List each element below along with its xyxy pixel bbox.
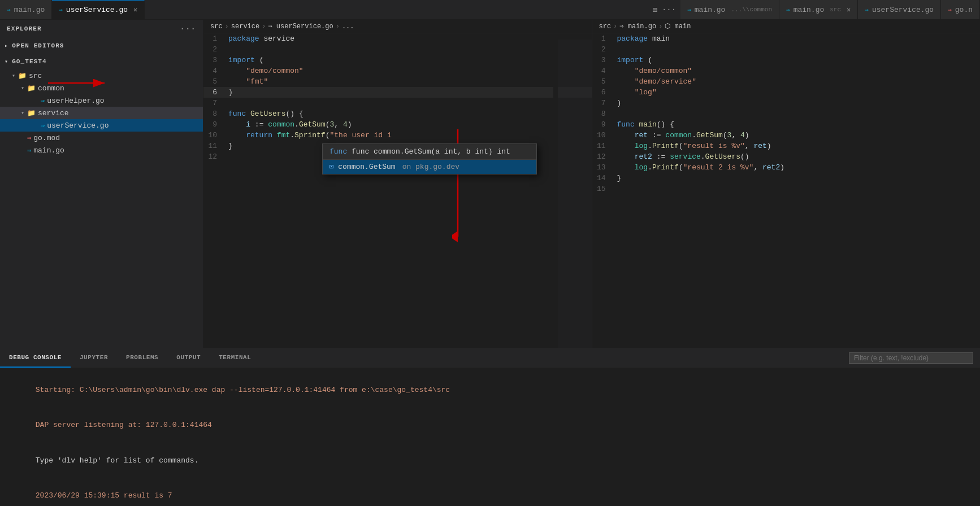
go-file-icon: ⇒ (59, 6, 63, 14)
console-output: Starting: C:\Users\admin\go\bin\dlv.exe … (0, 368, 980, 506)
tree-label: main.go (33, 146, 64, 155)
code-line-3: 3 import ( (592, 55, 981, 66)
autocomplete-item-suffix: on pkg.go.dev (402, 163, 459, 171)
tab-main-go-src[interactable]: ⇒ main.go src ✕ (779, 0, 858, 19)
code-line-10: 10 return fmt.Sprintf("the user id i (203, 130, 592, 141)
bottom-panel: DEBUG CONSOLE JUPYTER PROBLEMS OUTPUT TE… (0, 348, 980, 506)
code-line-9: 9 func main() { (592, 119, 981, 130)
go-file-icon: ⇒ (41, 121, 45, 130)
bottom-tabs: DEBUG CONSOLE JUPYTER PROBLEMS OUTPUT TE… (0, 348, 980, 368)
breadcrumb-sep3: › (336, 23, 340, 30)
code-line-1: 1 package main (592, 33, 981, 44)
tree-item-user-helper[interactable]: ⇒ userHelper.go (0, 94, 203, 107)
breadcrumb-dots: ... (342, 23, 354, 30)
tab-problems[interactable]: PROBLEMS (117, 348, 167, 368)
project-header[interactable]: ▾ GO_TEST4 (0, 54, 203, 69)
breadcrumb-sep: › (613, 23, 617, 30)
tab-main-go-common[interactable]: ⇒ main.go ...\\common (680, 0, 779, 19)
tab-user-service-go-2[interactable]: ⇒ userService.go (858, 0, 941, 19)
tree-item-main-go[interactable]: ⇒ main.go (0, 144, 203, 156)
tab-sublabel: ...\\common (731, 6, 772, 13)
code-line-7: 7 (203, 98, 592, 108)
filter-area (842, 348, 980, 368)
go-file-icon: ⇒ (27, 146, 31, 155)
folder-icon: 📁 (27, 109, 36, 117)
project-label: GO_TEST4 (12, 58, 47, 65)
console-line-4: 2023/06/29 15:39:15 result is 7 (9, 478, 971, 506)
code-line-6: 6 ) (203, 87, 592, 98)
more-actions-button[interactable]: ··· (662, 5, 676, 14)
bottom-tab-label: TERMINAL (219, 354, 251, 361)
breadcrumb-file: ⇒ main.go (619, 22, 656, 30)
code-line-4: 4 "demo/common" (592, 66, 981, 76)
code-line-5: 5 "demo/service" (592, 76, 981, 87)
left-editor: src › service › ⇒ userService.go › ... 1… (203, 20, 592, 348)
filter-input[interactable] (849, 352, 973, 364)
chevron-down-icon: ▾ (18, 110, 27, 116)
tab-sublabel: src (830, 6, 841, 13)
code-line-11: 11 log.Printf("result is %v", ret) (592, 141, 981, 151)
bottom-tab-label: OUTPUT (176, 354, 201, 361)
tab-go-n[interactable]: ⇒ go.n (941, 0, 980, 19)
breadcrumb-src: src (599, 23, 612, 30)
code-line-2: 2 (203, 44, 592, 55)
code-line-15: 15 (592, 184, 981, 194)
code-line-1: 1 package service (203, 33, 592, 44)
bottom-tab-label: JUPYTER (80, 354, 108, 361)
tree-item-user-service[interactable]: ⇒ userService.go (0, 119, 203, 132)
tab-bar: ⇒ main.go ⇒ userService.go ✕ ⊞ ··· ⇒ mai… (0, 0, 980, 20)
code-line-9: 9 i := common.GetSum(3, 4) (203, 119, 592, 130)
tree-label: src (29, 72, 42, 80)
folder-icon: 📁 (27, 84, 36, 93)
code-line-4: 4 "demo/common" (203, 66, 592, 76)
sidebar-more-button[interactable]: ··· (180, 24, 196, 33)
tab-label: main.go (14, 6, 45, 14)
explorer-header[interactable]: EXPLORER ··· (0, 20, 203, 38)
code-line-14: 14 } (592, 173, 981, 184)
tree-item-service[interactable]: ▾ 📁 service (0, 107, 203, 119)
code-line-8: 8 (592, 108, 981, 119)
bottom-tab-label: DEBUG CONSOLE (9, 354, 62, 361)
code-line-10: 10 ret := common.GetSum(3, 4) (592, 130, 981, 141)
right-code-area[interactable]: 1 package main 2 3 import ( 4 "demo/comm… (592, 33, 981, 348)
console-text: DAP server listening at: 127.0.0.1:41464 (36, 421, 212, 429)
go-file-icon: ⇒ (786, 6, 790, 14)
tree-label: go.mod (33, 134, 60, 142)
breadcrumb-service: service (231, 23, 259, 30)
editor-split: src › service › ⇒ userService.go › ... 1… (203, 20, 980, 348)
open-editors-label: OPEN EDITORS (12, 42, 64, 49)
left-code-area[interactable]: 1 package service 2 3 import ( 4 "demo/c… (203, 33, 592, 348)
console-text: Type 'dlv help' for list of commands. (36, 456, 199, 465)
tab-user-service-go[interactable]: ⇒ userService.go ✕ (52, 0, 145, 19)
open-editors-header[interactable]: ▸ OPEN EDITORS (0, 38, 203, 54)
tab-jupyter[interactable]: JUPYTER (71, 348, 117, 368)
code-line-13: 13 log.Printf("result 2 is %v", ret2) (592, 162, 981, 173)
split-editor-button[interactable]: ⊞ (653, 5, 657, 15)
tab-output[interactable]: OUTPUT (167, 348, 210, 368)
tab-main-go-1[interactable]: ⇒ main.go (0, 0, 52, 19)
tab-spacer (145, 0, 648, 19)
tree-item-src[interactable]: ▾ 📁 src (0, 69, 203, 82)
tab-label: go.n (955, 6, 973, 14)
tab-close-button[interactable]: ✕ (133, 6, 137, 14)
breadcrumb-sep: › (225, 23, 229, 30)
console-text: 2023/06/29 15:39:15 result is 7 (36, 491, 172, 500)
mod-file-icon: ⇒ (27, 134, 31, 142)
autocomplete-signature: func common.GetSum(a int, b int) int (352, 147, 510, 156)
right-breadcrumb: src › ⇒ main.go › ⬡ main (592, 20, 981, 33)
method-icon: ⊡ (329, 163, 333, 171)
tab-terminal[interactable]: TERMINAL (210, 348, 260, 368)
minimap (558, 40, 592, 348)
tree-item-common[interactable]: ▾ 📁 common (0, 82, 203, 94)
chevron-down-icon: ▾ (18, 85, 27, 91)
code-line-7: 7 ) (592, 98, 981, 108)
autocomplete-item[interactable]: ⊡ common.GetSum on pkg.go.dev (323, 160, 536, 174)
tree-item-go-mod[interactable]: ⇒ go.mod (0, 132, 203, 144)
breadcrumb-sep2: › (658, 23, 662, 30)
tab-close-button[interactable]: ✕ (847, 6, 851, 14)
code-line-5: 5 "fmt" (203, 76, 592, 87)
chevron-down-icon: ▾ (9, 72, 18, 79)
tree-label: userHelper.go (47, 97, 104, 105)
tab-debug-console[interactable]: DEBUG CONSOLE (0, 348, 71, 368)
scrollbar[interactable] (553, 40, 558, 348)
